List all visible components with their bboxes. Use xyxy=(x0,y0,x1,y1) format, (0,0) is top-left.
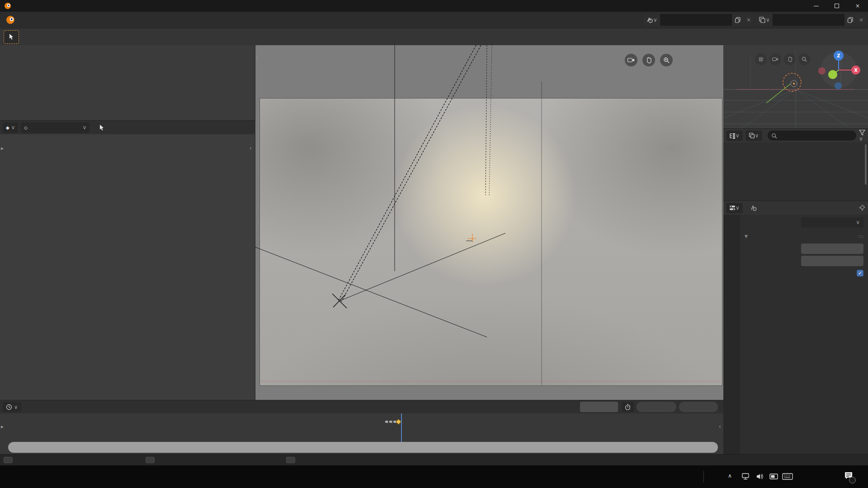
outliner-filter-icon[interactable]: ∨ xyxy=(859,130,865,142)
editor-corner-widget[interactable] xyxy=(4,457,13,463)
region-collapse-arrow[interactable]: ‹ xyxy=(719,423,721,430)
windows-taskbar: ∧ xyxy=(0,465,868,488)
renderlayer-browse-icon[interactable]: ∨ xyxy=(756,14,773,26)
close-button[interactable]: × xyxy=(847,0,868,12)
editor-type-button[interactable]: ∨ xyxy=(726,203,743,213)
svg-text:Z: Z xyxy=(837,53,840,58)
relationship-lines xyxy=(255,45,723,400)
timeline-keyframe[interactable]: « xyxy=(389,418,392,425)
dope-sheet-mode-dropdown[interactable]: ◇ ∨ xyxy=(21,122,90,133)
timeline-header: ∨ xyxy=(0,400,723,413)
outliner-header: ∨ ∨ ∨ xyxy=(723,129,868,142)
scene-copy-icon[interactable] xyxy=(732,14,744,26)
camera-toggle-icon[interactable] xyxy=(769,53,781,65)
properties-header: ∨ xyxy=(723,201,868,215)
auto-keying-stopwatch-icon[interactable] xyxy=(622,402,634,412)
region-collapse-arrow[interactable]: ‹ xyxy=(256,54,259,61)
network-icon[interactable] xyxy=(741,473,750,480)
outliner-scrollbar[interactable] xyxy=(865,144,867,185)
display-icon[interactable] xyxy=(769,473,778,480)
tray-expand-icon[interactable]: ∧ xyxy=(728,473,732,479)
editor-type-button[interactable]: ∨ xyxy=(3,402,21,412)
sampling-render-field[interactable] xyxy=(801,244,863,254)
active-tool-select-box-icon[interactable] xyxy=(4,30,19,44)
shader-node-editor: ▸ ‹ xyxy=(0,134,255,400)
dope-cursor-tool-icon[interactable] xyxy=(99,124,105,131)
outliner-search-input[interactable] xyxy=(768,131,856,141)
region-expand-arrow[interactable]: ▸ xyxy=(1,423,4,430)
keyboard-icon[interactable] xyxy=(782,473,793,480)
properties-content: ∨ ▼ ∷∷ ✓ xyxy=(740,215,868,454)
region-collapse-arrow[interactable]: ‹ xyxy=(250,145,252,151)
camera-toggle-icon[interactable] xyxy=(625,54,637,66)
timeline-playhead[interactable] xyxy=(401,413,402,442)
frame-start-field[interactable] xyxy=(637,402,676,412)
renderlayer-copy-icon[interactable] xyxy=(844,14,856,26)
scene-icon xyxy=(750,205,757,211)
viewport-3d[interactable]: ‹ xyxy=(255,45,723,400)
renderlayer-selector[interactable]: ∨ × xyxy=(756,14,866,26)
notification-badge xyxy=(849,477,856,483)
sampling-viewport-field[interactable] xyxy=(801,256,863,266)
properties-tab-strip xyxy=(723,215,740,454)
renderlayer-unlink-icon[interactable]: × xyxy=(856,14,866,26)
secondary-viewport[interactable]: Z X xyxy=(723,45,868,129)
scene-selector[interactable]: ∨ × xyxy=(643,14,754,26)
editor-corner-widget[interactable] xyxy=(286,457,295,463)
blender-menu-icon[interactable] xyxy=(5,15,15,25)
volume-icon[interactable] xyxy=(756,473,765,480)
timeline-keyframe[interactable]: « xyxy=(385,418,388,425)
render-engine-dropdown[interactable]: ∨ xyxy=(801,217,863,228)
current-frame-field[interactable] xyxy=(580,402,618,412)
outliner-filter-collection-icon[interactable]: ∨ xyxy=(745,131,762,141)
scene-name[interactable] xyxy=(660,14,732,26)
viewport-header xyxy=(255,387,723,400)
title-bar: × xyxy=(0,0,868,12)
pan-hand-icon[interactable] xyxy=(642,54,655,66)
drag-dots-icon[interactable]: ∷∷ xyxy=(858,234,863,239)
renderlayer-name[interactable] xyxy=(773,14,844,26)
expand-arrow-icon[interactable]: ▼ xyxy=(745,234,748,239)
pin-icon[interactable] xyxy=(859,205,865,211)
timeline-editor[interactable]: ▸ ‹ « « « xyxy=(0,413,723,454)
zoom-icon[interactable] xyxy=(660,54,673,66)
scene-unlink-icon[interactable]: × xyxy=(744,14,754,26)
region-expand-arrow[interactable]: ▸ xyxy=(1,145,4,151)
dope-sheet-header: ◆ ∨ ◇ ∨ xyxy=(0,120,255,134)
editor-corner-widget[interactable] xyxy=(146,457,155,463)
top-bar: ∨ × ∨ × xyxy=(0,12,868,28)
tool-settings-header xyxy=(0,28,868,45)
scene-browse-icon[interactable]: ∨ xyxy=(643,14,660,26)
outliner: ∨ ∨ ∨ xyxy=(723,129,868,201)
blender-window: × ∨ × ∨ × ◆ ∨ ◇ ∨ ▸ xyxy=(0,0,868,488)
grid-toggle-icon[interactable] xyxy=(755,53,767,65)
viewport-denoising-checkbox[interactable]: ✓ xyxy=(857,270,863,277)
maximize-button[interactable] xyxy=(826,0,847,12)
properties-editor: ∨ ∨ ▼ ∷∷ xyxy=(723,201,868,454)
blender-logo-icon xyxy=(4,2,11,9)
zoom-icon[interactable] xyxy=(798,53,810,65)
outliner-display-mode-dropdown[interactable]: ∨ xyxy=(726,131,743,141)
minimize-button[interactable] xyxy=(806,0,826,12)
status-bar xyxy=(0,454,868,465)
svg-text:X: X xyxy=(854,68,858,73)
editor-type-button[interactable]: ◆ ∨ xyxy=(3,122,18,133)
frame-end-field[interactable] xyxy=(679,402,718,412)
search-icon xyxy=(771,133,777,139)
pan-hand-icon[interactable] xyxy=(784,53,796,65)
navigation-gizmo[interactable]: Z X xyxy=(818,50,863,93)
timeline-ruler[interactable] xyxy=(8,442,718,453)
